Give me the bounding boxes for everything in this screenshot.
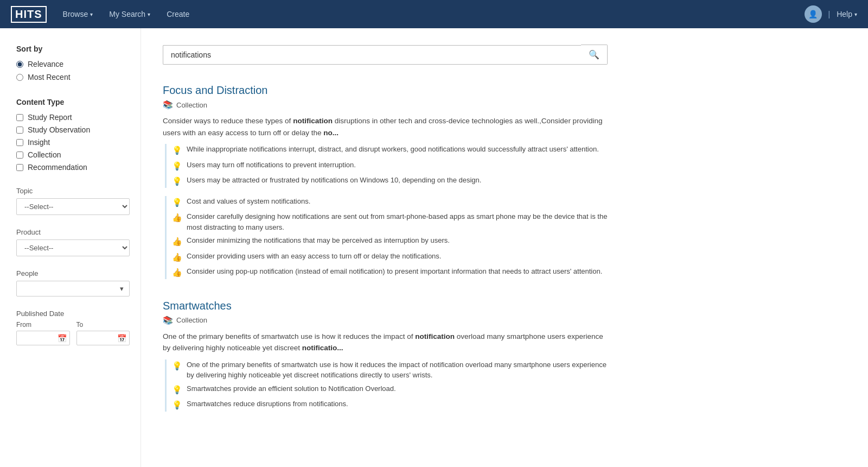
filter-study-observation-label: Study Observation — [28, 125, 90, 134]
search-bar: 🔍 — [163, 45, 608, 65]
list-item: 💡 Smartwatches reduce disruptions from n… — [172, 399, 608, 412]
main-content: 🔍 Focus and Distraction 📚 Collection Con… — [141, 28, 868, 467]
filter-recommendation[interactable]: Recommendation — [16, 163, 130, 172]
list-item: 💡 Smartwatches provide an efficient solu… — [172, 383, 608, 396]
nav-help[interactable]: Help ▾ — [837, 10, 857, 18]
published-date-label: Published Date — [16, 310, 130, 318]
topic-select[interactable]: --Select-- — [16, 198, 130, 215]
thumb-icon: 👍 — [172, 267, 182, 279]
list-item: 👍 Consider minimizing the notifications … — [172, 235, 608, 248]
result-type-label: Collection — [176, 316, 207, 324]
to-date-input[interactable] — [76, 331, 130, 345]
search-button[interactable]: 🔍 — [581, 45, 608, 65]
list-item: 💡 One of the primary benefits of smartwa… — [172, 359, 608, 381]
bulb-icon: 💡 — [172, 399, 182, 412]
from-label: From — [16, 321, 70, 329]
from-date-input[interactable] — [16, 331, 70, 345]
filter-insight[interactable]: Insight — [16, 138, 130, 147]
sort-relevance[interactable]: Relevance — [16, 60, 130, 68]
browse-chevron-icon: ▾ — [90, 11, 93, 17]
sort-most-recent[interactable]: Most Recent — [16, 73, 130, 81]
result-card: Focus and Distraction 📚 Collection Consi… — [163, 84, 608, 279]
avatar[interactable]: 👤 — [805, 5, 822, 23]
result-card: Smartwatches 📚 Collection One of the pri… — [163, 300, 608, 412]
bulb-icon: 💡 — [172, 360, 182, 373]
nav-create[interactable]: Create — [167, 10, 189, 18]
list-item: 💡 While inappropriate notifications inte… — [172, 144, 608, 157]
topic-label: Topic — [16, 187, 130, 195]
product-label: Product — [16, 228, 130, 236]
filter-recommendation-label: Recommendation — [28, 163, 87, 172]
sidebar: Sort by Relevance Most Recent Content Ty… — [0, 28, 141, 467]
people-select[interactable]: ▾ — [16, 281, 130, 296]
nav-browse[interactable]: Browse ▾ — [63, 10, 93, 18]
bulb-icon: 💡 — [172, 384, 182, 396]
filter-study-report-label: Study Report — [28, 113, 72, 122]
list-item: 👍 Consider using pop-up notification (in… — [172, 266, 608, 279]
bulb-icon: 💡 — [172, 144, 182, 157]
product-select[interactable]: --Select-- — [16, 239, 130, 256]
result-title[interactable]: Focus and Distraction — [163, 84, 608, 97]
filter-study-report[interactable]: Study Report — [16, 113, 130, 122]
list-item: 💡 Cost and values of system notification… — [172, 196, 608, 209]
result-type-label: Collection — [176, 101, 207, 109]
content-type-label: Content Type — [16, 98, 130, 106]
list-item: 💡 Users may turn off notifications to pr… — [172, 160, 608, 173]
sort-most-recent-label: Most Recent — [28, 73, 71, 81]
sort-by-label: Sort by — [16, 45, 130, 53]
filter-insight-label: Insight — [28, 138, 50, 147]
navigation: HITS Browse ▾ My Search ▾ Create 👤 | Hel… — [0, 0, 868, 28]
thumb-icon: 👍 — [172, 236, 182, 248]
sort-relevance-label: Relevance — [28, 60, 63, 68]
people-chevron-icon: ▾ — [120, 285, 124, 293]
search-input[interactable] — [163, 45, 581, 65]
nav-my-search[interactable]: My Search ▾ — [109, 10, 150, 18]
insights-list: 💡 While inappropriate notifications inte… — [165, 144, 608, 188]
filter-collection-label: Collection — [28, 150, 61, 159]
bulb-icon: 💡 — [172, 175, 182, 188]
to-label: To — [76, 321, 130, 329]
my-search-chevron-icon: ▾ — [148, 11, 150, 17]
bulb-icon: 💡 — [172, 197, 182, 209]
people-label: People — [16, 269, 130, 277]
insights-list-2: 💡 Cost and values of system notification… — [165, 196, 608, 279]
filter-study-observation[interactable]: Study Observation — [16, 125, 130, 134]
help-chevron-icon: ▾ — [854, 11, 857, 17]
filter-collection[interactable]: Collection — [16, 150, 130, 159]
insights-list: 💡 One of the primary benefits of smartwa… — [165, 359, 608, 412]
bulb-icon: 💡 — [172, 160, 182, 173]
result-excerpt: Consider ways to reduce these types of n… — [163, 115, 608, 138]
result-title[interactable]: Smartwatches — [163, 300, 608, 312]
list-item: 💡 Users may be attracted or frustrated b… — [172, 175, 608, 188]
list-item: 👍 Consider providing users with an easy … — [172, 251, 608, 264]
thumb-icon: 👍 — [172, 212, 182, 224]
list-item: 👍 Consider carefully designing how notif… — [172, 211, 608, 232]
result-excerpt: One of the primary benefits of smartwatc… — [163, 331, 608, 354]
thumb-icon: 👍 — [172, 251, 182, 264]
logo: HITS — [11, 6, 47, 23]
result-type: 📚 Collection — [163, 100, 608, 110]
collection-icon: 📚 — [163, 315, 173, 325]
result-type: 📚 Collection — [163, 315, 608, 325]
collection-icon: 📚 — [163, 100, 173, 110]
